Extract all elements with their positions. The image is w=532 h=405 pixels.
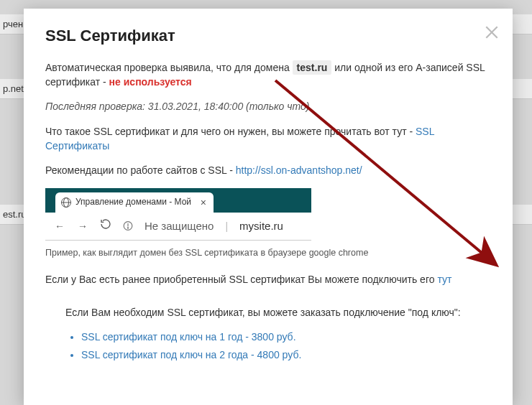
recs-text: Рекомендации по работе сайтов с SSL - bbox=[45, 164, 236, 176]
offer-2-link[interactable]: SSL сертификат под ключ на 2 года - 4800… bbox=[81, 349, 301, 360]
close-button[interactable] bbox=[484, 24, 500, 40]
separator: | bbox=[225, 219, 228, 233]
close-icon bbox=[484, 24, 500, 40]
domain-chip: test.ru bbox=[293, 60, 332, 75]
intro-text: Автоматическая проверка выявила, что для… bbox=[45, 62, 293, 73]
ssl-recs-link[interactable]: http://ssl.on-advantshop.net/ bbox=[236, 164, 362, 176]
browser-tabbar: Управление доменами - Мой м × bbox=[45, 188, 311, 213]
insecure-icon bbox=[123, 221, 133, 231]
reload-icon bbox=[100, 218, 111, 233]
offer-item: SSL сертификат под ключ на 2 года - 4800… bbox=[81, 348, 491, 362]
ssl-cert-modal: SSL Сертификат Автоматическая проверка в… bbox=[24, 9, 513, 405]
globe-icon bbox=[61, 197, 71, 208]
back-icon: ← bbox=[54, 219, 65, 233]
existing-cert-paragraph: Если у Вас есть ранее приобретенный SSL … bbox=[45, 272, 491, 287]
last-check: Последняя проверка: 31.03.2021, 18:40:00… bbox=[45, 99, 491, 113]
modal-title: SSL Сертификат bbox=[45, 24, 491, 47]
offer-item: SSL сертификат под ключ на 1 год - 3800 … bbox=[81, 330, 491, 344]
existing-text: Если у Вас есть ранее приобретенный SSL … bbox=[45, 274, 437, 285]
bg-row-text: est.ru bbox=[3, 209, 27, 220]
browser-caption: Пример, как выглядит домен без SSL серти… bbox=[45, 246, 491, 259]
connect-here-link[interactable]: тут bbox=[437, 274, 451, 285]
tab-close-icon: × bbox=[201, 195, 206, 210]
browser-example: Управление доменами - Мой м × ← → Не защ… bbox=[45, 188, 311, 241]
offers-list: SSL сертификат под ключ на 1 год - 3800 … bbox=[81, 330, 491, 362]
browser-addressbar: ← → Не защищено | mysite.ru bbox=[45, 213, 311, 240]
not-used-label: не используется bbox=[109, 76, 192, 88]
insecure-label: Не защищено bbox=[145, 218, 214, 234]
browser-tab-title: Управление доменами - Мой м bbox=[75, 196, 193, 208]
browser-url: mysite.ru bbox=[239, 218, 283, 234]
bg-row-text: p.net bbox=[3, 83, 24, 94]
offer-1-link[interactable]: SSL сертификат под ключ на 1 год - 3800 … bbox=[81, 331, 296, 343]
what-is-paragraph: Что такое SSL сертификат и для чего он н… bbox=[45, 124, 491, 154]
svg-point-4 bbox=[127, 228, 128, 228]
bg-row-text: рчен bbox=[3, 19, 23, 29]
what-is-text: Что такое SSL сертификат и для чего он н… bbox=[45, 126, 416, 137]
forward-icon: → bbox=[77, 219, 88, 233]
browser-tab: Управление доменами - Мой м × bbox=[55, 192, 214, 213]
recs-paragraph: Рекомендации по работе сайтов с SSL - ht… bbox=[45, 163, 491, 177]
intro-paragraph: Автоматическая проверка выявила, что для… bbox=[45, 60, 491, 90]
need-cert-paragraph: Если Вам необходим SSL сертификат, вы мо… bbox=[65, 305, 491, 320]
